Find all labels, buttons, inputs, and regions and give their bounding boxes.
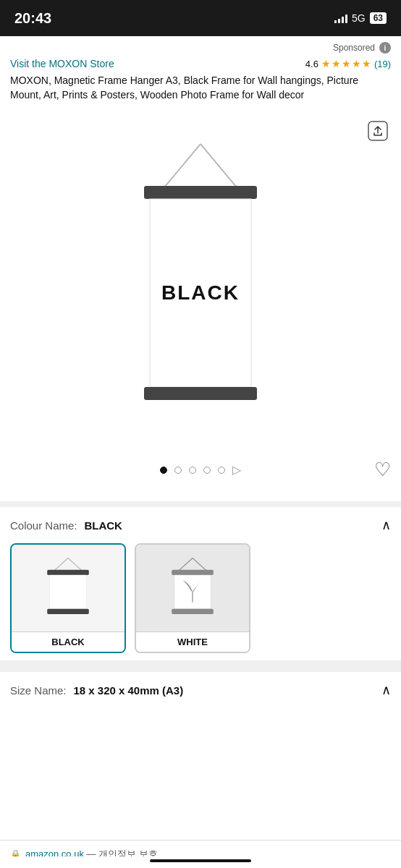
- star-1: ★: [321, 58, 331, 69]
- home-indicator: [150, 859, 251, 862]
- product-container: Sponsored i Visit the MOXON Store 4.6 ★ …: [0, 36, 401, 705]
- rating-number: 4.6: [305, 59, 318, 69]
- size-selector-header: Size Name: 18 x 320 x 40mm (A3) ∧: [10, 682, 391, 698]
- svg-rect-9: [47, 570, 89, 575]
- status-icons: 5G 63: [334, 12, 387, 24]
- svg-rect-3: [144, 186, 257, 199]
- signal-bar-2: [338, 19, 340, 23]
- colour-card-image-black: [12, 545, 124, 631]
- svg-rect-10: [50, 575, 86, 609]
- size-label: Size Name:: [10, 684, 67, 697]
- svg-rect-16: [172, 609, 214, 614]
- info-icon[interactable]: i: [379, 42, 391, 54]
- signal-bar-4: [345, 14, 347, 23]
- battery-badge: 63: [370, 12, 387, 24]
- carousel-dot-4[interactable]: [203, 467, 211, 474]
- network-label: 5G: [352, 12, 366, 24]
- image-container: BLACK ▷ ♡: [0, 108, 401, 501]
- colour-chevron-up-icon: ∧: [381, 517, 391, 533]
- sponsored-row: Sponsored i: [0, 36, 401, 56]
- share-icon: [368, 121, 388, 141]
- colour-option-white[interactable]: WHITE: [135, 543, 250, 653]
- colour-label-row: Colour Name: BLACK: [10, 519, 122, 532]
- svg-rect-11: [47, 609, 89, 614]
- svg-line-1: [164, 144, 200, 187]
- wishlist-button[interactable]: ♡: [374, 459, 391, 481]
- signal-bars-icon: [334, 13, 347, 23]
- rating-section: 4.6 ★ ★ ★ ★ ★ (19): [305, 58, 391, 69]
- colour-label: Colour Name:: [10, 519, 77, 532]
- svg-rect-6: [144, 387, 257, 400]
- product-image: BLACK: [106, 129, 295, 450]
- carousel-dot-2[interactable]: [174, 467, 182, 474]
- product-title: MOXON, Magnetic Frame Hanger A3, Black F…: [0, 71, 401, 108]
- colour-selector-header: Colour Name: BLACK ∧: [10, 517, 391, 533]
- status-bar: 20:43 5G 63: [0, 0, 401, 36]
- star-half: ★: [362, 58, 371, 69]
- colour-card-image-white: [136, 545, 249, 631]
- share-button[interactable]: [365, 118, 391, 146]
- signal-bar-3: [342, 17, 344, 23]
- review-count[interactable]: (19): [374, 59, 391, 69]
- colour-option-black[interactable]: BLACK: [10, 543, 126, 653]
- stars-icon: ★ ★ ★ ★ ★: [321, 58, 371, 69]
- svg-text:BLACK: BLACK: [161, 281, 240, 304]
- carousel-dot-1[interactable]: [160, 467, 167, 474]
- svg-rect-14: [172, 570, 214, 575]
- play-video-button[interactable]: ▷: [232, 463, 241, 477]
- colour-options: BLACK WHITE: [10, 543, 391, 653]
- signal-bar-1: [334, 20, 337, 23]
- size-chevron-up-icon: ∧: [381, 682, 391, 698]
- size-selector-section[interactable]: Size Name: 18 x 320 x 40mm (A3) ∧: [0, 666, 401, 705]
- sponsored-label: Sponsored: [333, 43, 375, 53]
- svg-line-8: [68, 558, 83, 571]
- home-indicator-area: [0, 856, 401, 868]
- status-time: 20:43: [14, 10, 51, 27]
- colour-selector-section: Colour Name: BLACK ∧ BLACK: [0, 507, 401, 660]
- size-selected-value: 18 x 320 x 40mm (A3): [73, 684, 183, 697]
- carousel-dot-5[interactable]: [218, 467, 225, 474]
- star-2: ★: [332, 58, 341, 69]
- svg-line-13: [193, 558, 207, 571]
- svg-line-12: [178, 558, 193, 571]
- svg-line-2: [200, 144, 237, 187]
- store-rating-row: Visit the MOXON Store 4.6 ★ ★ ★ ★ ★ (19): [0, 56, 401, 71]
- carousel-dot-3[interactable]: [189, 467, 196, 474]
- colour-selected-value: BLACK: [84, 519, 122, 532]
- divider-2: [0, 660, 401, 666]
- colour-card-label-black: BLACK: [12, 631, 124, 652]
- svg-line-7: [54, 558, 68, 571]
- star-4: ★: [352, 58, 361, 69]
- store-link[interactable]: Visit the MOXON Store: [10, 58, 114, 69]
- colour-card-label-white: WHITE: [136, 631, 249, 652]
- carousel-dots: ▷: [160, 463, 241, 484]
- star-3: ★: [342, 58, 351, 69]
- size-label-row: Size Name: 18 x 320 x 40mm (A3): [10, 684, 183, 697]
- divider-1: [0, 501, 401, 507]
